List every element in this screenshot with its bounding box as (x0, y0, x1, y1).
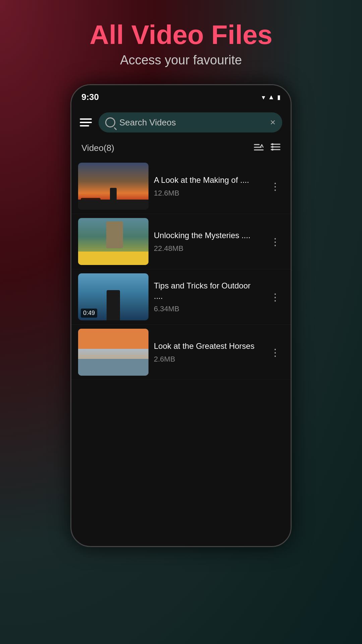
page-subtitle: Access your favourite (89, 53, 272, 67)
video-thumbnail-1: 02:48 (78, 163, 148, 210)
video-duration-4: 0:21 (81, 364, 97, 373)
menu-line-2 (80, 122, 92, 123)
svg-point-7 (272, 146, 274, 148)
view-toggle-button[interactable] (270, 143, 281, 154)
page-wrapper: All Video Files Access your favourite 9:… (0, 0, 362, 644)
video-info-1: A Look at the Making of .... 12.6MB (154, 175, 261, 197)
video-title-4: Look at the Greatest Horses (154, 341, 261, 351)
video-size-4: 2.6MB (154, 355, 261, 364)
video-item-2[interactable]: 05:07 Unlocking the Mysteries .... 22.48… (71, 214, 291, 269)
status-time: 9:30 (81, 92, 99, 102)
video-size-3: 6.34MB (154, 305, 261, 313)
menu-line-1 (80, 118, 92, 120)
wifi-icon: ▾ (262, 93, 265, 101)
more-options-button-3[interactable]: ⋮ (267, 289, 284, 305)
video-info-4: Look at the Greatest Horses 2.6MB (154, 341, 261, 363)
page-title: All Video Files (89, 20, 272, 50)
svg-point-6 (272, 143, 274, 145)
video-item-3[interactable]: 0:49 Tips and Tricks for Outdoor .... 6.… (71, 269, 291, 325)
status-icons: ▾ ▲ ▮ (262, 93, 281, 101)
video-item-1[interactable]: 02:48 A Look at the Making of .... 12.6M… (71, 159, 291, 214)
menu-line-3 (80, 125, 89, 126)
list-controls (254, 143, 281, 154)
menu-button[interactable] (80, 118, 92, 126)
video-size-1: 12.6MB (154, 189, 261, 198)
search-bar[interactable]: Search Videos × (99, 112, 282, 132)
list-header: Video(8) (71, 139, 291, 159)
svg-point-8 (272, 149, 274, 151)
video-duration-3: 0:49 (81, 309, 97, 318)
video-thumbnail-4: 0:21 (78, 329, 148, 376)
search-icon (105, 117, 115, 127)
signal-icon: ▲ (268, 93, 275, 101)
more-options-button-4[interactable]: ⋮ (267, 345, 284, 360)
video-info-2: Unlocking the Mysteries .... 22.48MB (154, 230, 261, 253)
more-options-button-2[interactable]: ⋮ (267, 234, 284, 249)
search-area: Search Videos × (71, 106, 291, 139)
video-item-4[interactable]: 0:21 Look at the Greatest Horses 2.6MB ⋮ (71, 325, 291, 380)
battery-icon: ▮ (277, 94, 281, 101)
search-clear-button[interactable]: × (270, 117, 276, 128)
video-thumbnail-3: 0:49 (78, 273, 148, 320)
sort-button[interactable] (254, 143, 264, 154)
more-options-button-1[interactable]: ⋮ (267, 179, 284, 194)
video-title-2: Unlocking the Mysteries .... (154, 230, 261, 240)
video-title-1: A Look at the Making of .... (154, 175, 261, 185)
video-thumbnail-2: 05:07 (78, 218, 148, 265)
video-title-3: Tips and Tricks for Outdoor .... (154, 280, 261, 301)
video-count: Video(8) (81, 143, 114, 153)
video-list: 02:48 A Look at the Making of .... 12.6M… (71, 159, 291, 380)
video-info-3: Tips and Tricks for Outdoor .... 6.34MB (154, 280, 261, 313)
header-section: All Video Files Access your favourite (89, 20, 272, 67)
search-placeholder: Search Videos (119, 117, 266, 128)
phone-frame: 9:30 ▾ ▲ ▮ Search Videos × Video(8) (70, 84, 292, 547)
video-size-2: 22.48MB (154, 244, 261, 253)
status-bar: 9:30 ▾ ▲ ▮ (71, 85, 291, 106)
video-duration-1: 02:48 (81, 198, 101, 207)
video-duration-2: 05:07 (81, 253, 101, 262)
